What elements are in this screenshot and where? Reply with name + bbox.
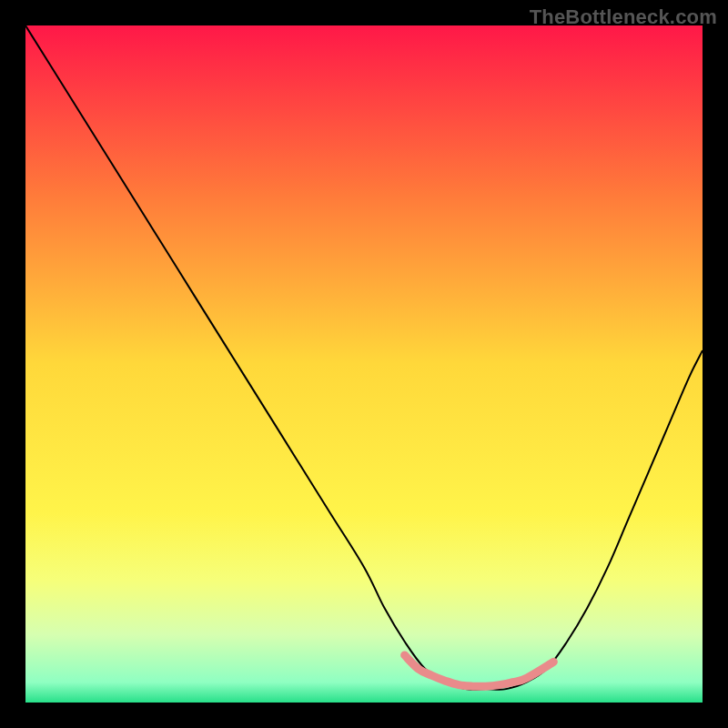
chart-svg: [25, 25, 703, 703]
chart-frame: TheBottleneck.com: [0, 0, 728, 728]
chart-plot-area: [25, 25, 703, 703]
chart-background: [25, 25, 703, 703]
watermark-text: TheBottleneck.com: [530, 5, 717, 29]
